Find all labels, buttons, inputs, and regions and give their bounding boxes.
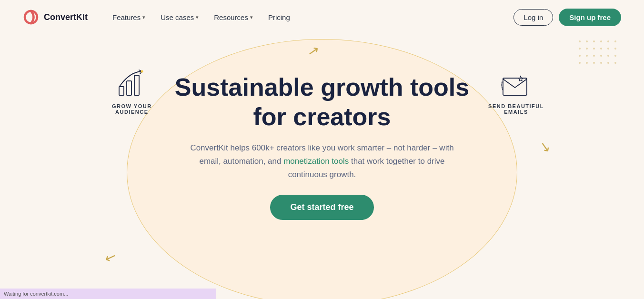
chevron-icon: ▾ [250, 14, 253, 20]
email-icon [501, 72, 532, 99]
nav-links: Features ▾ Use cases ▾ Resources ▾ Prici… [107, 10, 513, 25]
svg-point-15 [593, 55, 595, 57]
svg-point-7 [579, 48, 581, 50]
svg-point-8 [586, 48, 588, 50]
hero-section: ↗ ↗ ↗ GROW YOUR AUDIENCE SEND BEA [0, 34, 644, 299]
svg-point-12 [614, 48, 616, 50]
send-emails-label: SEND BEAUTIFUL EMAILS [488, 103, 544, 115]
nav-right: Log in Sign up free [513, 9, 621, 26]
logo-text: ConvertKit [44, 12, 88, 22]
svg-point-6 [614, 40, 616, 42]
arrow-bottom-left-icon: ↗ [102, 249, 118, 267]
float-grow-audience: GROW YOUR AUDIENCE [112, 68, 152, 115]
nav-item-features[interactable]: Features ▾ [107, 10, 151, 25]
svg-point-20 [586, 62, 588, 64]
svg-point-9 [593, 48, 595, 50]
chart-icon [115, 68, 149, 99]
svg-point-18 [614, 55, 616, 57]
hero-title: Sustainable growth tools for creators [174, 72, 470, 132]
svg-point-21 [593, 62, 595, 64]
navbar: ConvertKit Features ▾ Use cases ▾ Resour… [0, 0, 644, 34]
svg-point-1 [579, 40, 581, 42]
status-text: Waiting for convertkit.com... [4, 291, 68, 297]
svg-point-0 [25, 11, 37, 23]
svg-rect-27 [134, 75, 139, 95]
dot-pattern [577, 39, 634, 77]
svg-point-11 [607, 48, 609, 50]
nav-item-resources[interactable]: Resources ▾ [208, 10, 259, 25]
svg-point-23 [607, 62, 609, 64]
svg-point-3 [593, 40, 595, 42]
svg-point-17 [607, 55, 609, 57]
svg-point-13 [579, 55, 581, 57]
hero-content: Sustainable growth tools for creators Co… [174, 72, 470, 220]
svg-point-2 [586, 40, 588, 42]
svg-rect-26 [127, 81, 131, 95]
nav-item-pricing[interactable]: Pricing [262, 10, 296, 25]
svg-rect-29 [503, 78, 527, 95]
cta-button[interactable]: Get started free [270, 195, 373, 220]
arrow-right-icon: ↗ [537, 140, 554, 153]
logo[interactable]: ConvertKit [23, 9, 88, 25]
chevron-icon: ▾ [196, 14, 199, 20]
login-button[interactable]: Log in [513, 9, 553, 26]
float-send-emails: SEND BEAUTIFUL EMAILS [488, 72, 544, 115]
svg-point-14 [586, 55, 588, 57]
nav-item-usecases[interactable]: Use cases ▾ [155, 10, 204, 25]
logo-icon [23, 9, 39, 25]
svg-point-4 [600, 40, 602, 42]
svg-rect-25 [119, 87, 124, 95]
hero-subtitle: ConvertKit helps 600k+ creators like you… [184, 141, 460, 181]
svg-point-28 [141, 70, 143, 73]
signup-button[interactable]: Sign up free [559, 9, 621, 26]
svg-point-24 [614, 62, 616, 64]
svg-point-19 [579, 62, 581, 64]
status-bar: Waiting for convertkit.com... [0, 289, 216, 299]
svg-point-10 [600, 48, 602, 50]
chevron-icon: ▾ [142, 14, 145, 20]
svg-point-5 [607, 40, 609, 42]
svg-point-22 [600, 62, 602, 64]
grow-audience-label: GROW YOUR AUDIENCE [112, 103, 152, 115]
svg-point-16 [600, 55, 602, 57]
